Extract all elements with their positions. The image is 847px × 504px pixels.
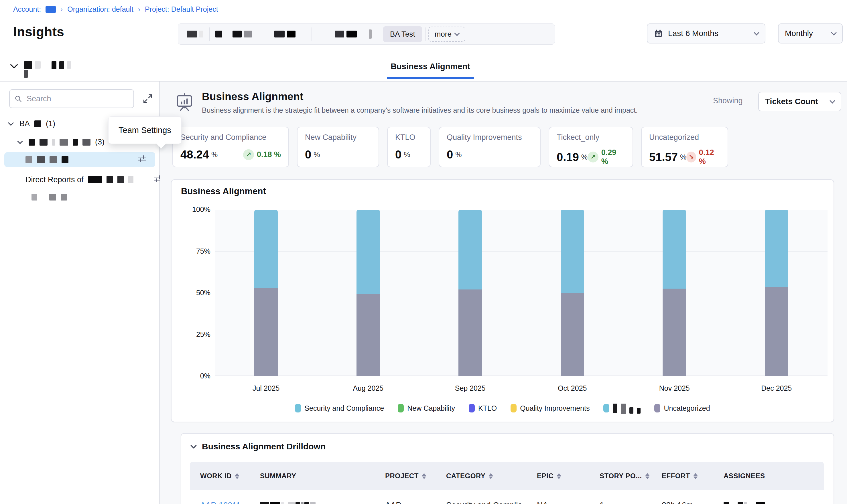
column-header-epic[interactable]: EPIC bbox=[537, 472, 600, 480]
ba-test-filter-button[interactable]: BA Test bbox=[383, 26, 422, 42]
gridline bbox=[215, 293, 828, 293]
search-icon bbox=[14, 94, 22, 103]
breadcrumb-separator: › bbox=[138, 5, 140, 14]
redacted-block bbox=[34, 121, 41, 127]
breadcrumb-account[interactable]: Account: bbox=[13, 5, 41, 14]
legend-item[interactable]: KTLO bbox=[469, 404, 497, 412]
toolbar-divider bbox=[425, 28, 426, 41]
legend-item[interactable] bbox=[603, 402, 641, 414]
bar-segment-uncategorized bbox=[765, 287, 788, 376]
metric-value: 0 bbox=[395, 148, 401, 161]
column-header-project[interactable]: PROJECT bbox=[385, 472, 446, 480]
redacted-block bbox=[310, 502, 315, 504]
y-axis-tick-label: 0% bbox=[182, 372, 210, 380]
breadcrumb-project[interactable]: Project: Default Project bbox=[145, 5, 218, 14]
breadcrumb: Account: › Organization: default › Proje… bbox=[13, 5, 218, 14]
tab-active-indicator bbox=[387, 77, 474, 79]
metric-cards: Security and Compliance48.24%↗0.18 %New … bbox=[172, 127, 728, 167]
cell-category: Security and Complia... bbox=[446, 501, 537, 504]
redacted-block bbox=[62, 156, 68, 163]
showing-dropdown[interactable]: Tickets Count bbox=[758, 92, 841, 111]
column-header-work-id[interactable]: WORK ID bbox=[200, 472, 260, 480]
bar-segment-uncategorized bbox=[459, 289, 482, 376]
legend-item[interactable]: Quality Improvements bbox=[511, 404, 590, 412]
redacted-block bbox=[637, 408, 641, 414]
metric-value: 51.57 bbox=[649, 151, 678, 164]
column-header-category[interactable]: CATEGORY bbox=[446, 472, 537, 480]
x-axis-tick-label: Sep 2025 bbox=[442, 384, 499, 393]
legend-item[interactable]: Security and Compliance bbox=[295, 404, 384, 412]
metric-card: New Capability0% bbox=[297, 127, 379, 167]
filter-chip-redacted[interactable] bbox=[258, 24, 312, 44]
granularity-dropdown[interactable]: Monthly bbox=[778, 23, 843, 43]
y-axis-tick-label: 100% bbox=[182, 205, 210, 214]
metric-value: 0 bbox=[447, 148, 453, 161]
stacked-bar bbox=[254, 210, 278, 376]
redacted-block bbox=[295, 502, 300, 504]
redacted-block bbox=[73, 139, 78, 146]
redacted-block bbox=[88, 176, 102, 183]
tree-node-label: BA bbox=[19, 119, 30, 128]
redacted-block bbox=[738, 502, 743, 504]
stacked-bar bbox=[357, 210, 380, 376]
tree-node-group[interactable]: (3) bbox=[16, 138, 104, 146]
tab-business-alignment[interactable]: Business Alignment bbox=[387, 62, 474, 71]
chart-card: Business Alignment 100%75%50%25%0% Jul 2… bbox=[171, 179, 834, 422]
redacted-block bbox=[37, 156, 45, 163]
filter-chip-redacted[interactable] bbox=[312, 24, 380, 44]
tree-item-redacted[interactable] bbox=[32, 190, 155, 204]
metric-card: Quality Improvements0% bbox=[439, 127, 541, 167]
expand-panel-button[interactable] bbox=[141, 92, 154, 105]
redacted-block bbox=[59, 139, 68, 146]
x-axis-tick-label: Jul 2025 bbox=[237, 384, 295, 393]
tree-node-ba[interactable]: BA (1) bbox=[7, 119, 55, 128]
work-id-link[interactable]: AAP-10011 bbox=[200, 501, 241, 504]
chevron-down-icon bbox=[754, 30, 759, 35]
metric-label: Tickect_only bbox=[557, 133, 625, 142]
date-range-value: Last 6 Months bbox=[668, 29, 719, 38]
drilldown-card: Business Alignment Drilldown WORK IDSUMM… bbox=[181, 433, 834, 504]
breadcrumb-separator: › bbox=[60, 5, 63, 14]
cell-story-points: 1 bbox=[600, 501, 662, 504]
legend-swatch bbox=[295, 404, 301, 412]
cell-assignees bbox=[724, 501, 823, 504]
metric-card: Security and Compliance48.24%↗0.18 % bbox=[172, 127, 289, 167]
team-settings-button[interactable] bbox=[137, 154, 146, 165]
tree-item-selected[interactable] bbox=[4, 152, 155, 167]
column-header-summary: SUMMARY bbox=[260, 472, 385, 480]
bar-segment-security-and-compliance bbox=[254, 210, 278, 288]
metric-unit: % bbox=[404, 150, 410, 159]
date-range-dropdown[interactable]: Last 6 Months bbox=[647, 23, 765, 43]
metric-delta: ↗0.18 % bbox=[243, 149, 281, 160]
redacted-block bbox=[270, 502, 280, 504]
redacted-block bbox=[39, 139, 48, 146]
column-header-effort[interactable]: EFFORT bbox=[662, 472, 724, 480]
x-axis-tick-label: Aug 2025 bbox=[340, 384, 397, 393]
legend-item[interactable]: New Capability bbox=[398, 404, 455, 412]
trend-up-icon: ↗ bbox=[588, 151, 599, 162]
chevron-down-icon[interactable] bbox=[189, 442, 198, 451]
redacted-block bbox=[305, 502, 309, 504]
filter-chip-redacted[interactable] bbox=[210, 24, 258, 44]
legend-label: New Capability bbox=[407, 404, 455, 412]
search-input[interactable] bbox=[26, 94, 129, 104]
redacted-block bbox=[83, 139, 90, 146]
legend-swatch bbox=[654, 404, 660, 412]
legend-swatch bbox=[398, 404, 404, 412]
tree-item-label: Direct Reports of bbox=[25, 175, 84, 184]
redacted-block bbox=[744, 502, 747, 504]
more-filters-button[interactable]: more bbox=[428, 26, 465, 42]
filter-chip-redacted[interactable] bbox=[181, 24, 209, 44]
collapse-section-button[interactable] bbox=[8, 61, 19, 73]
more-label: more bbox=[435, 30, 452, 39]
tree-item-direct-reports[interactable]: Direct Reports of bbox=[25, 172, 155, 187]
breadcrumb-organization[interactable]: Organization: default bbox=[67, 5, 134, 14]
chevron-down-icon bbox=[454, 30, 460, 36]
filter-toolbar: BA Test more bbox=[178, 23, 555, 44]
section-description: Business alignment is the strategic fit … bbox=[202, 106, 638, 114]
redacted-block bbox=[724, 502, 729, 504]
cell-epic: NA bbox=[537, 501, 600, 504]
drilldown-title: Business Alignment Drilldown bbox=[202, 442, 326, 451]
legend-item[interactable]: Uncategorized bbox=[654, 404, 710, 412]
column-header-story-po[interactable]: STORY PO... bbox=[600, 472, 662, 480]
